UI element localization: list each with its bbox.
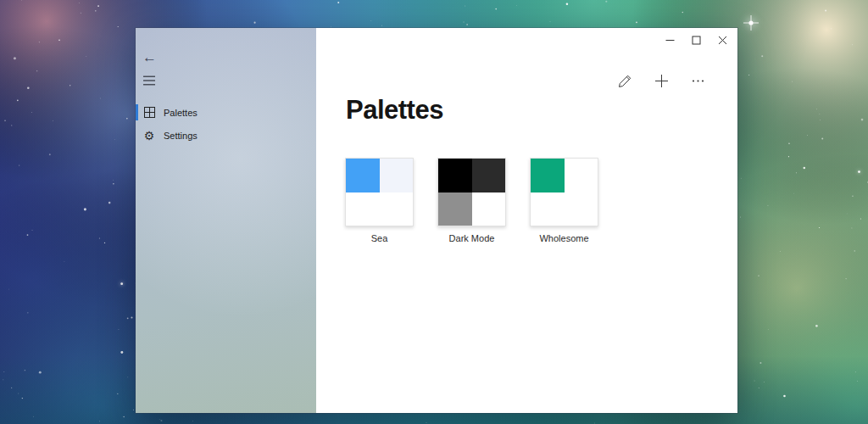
plus-icon [654, 74, 669, 92]
hamburger-icon [142, 75, 156, 90]
swatch [565, 159, 598, 192]
palette-card[interactable]: Dark Mode [437, 158, 506, 243]
sidebar-item-label: Palettes [164, 108, 198, 118]
pencil-icon [618, 74, 632, 92]
app-window: ← Palettes⚙Settings Palettes SeaDark Mod… [136, 28, 737, 413]
palette-card[interactable]: Wholesome [530, 158, 598, 243]
grid-icon [142, 106, 156, 120]
palette-swatches [437, 158, 506, 226]
swatch [531, 159, 565, 192]
sidebar-item-settings[interactable]: ⚙Settings [136, 124, 316, 147]
palette-swatches [530, 158, 598, 226]
swatch [380, 192, 414, 226]
swatch [472, 159, 506, 192]
main-content: Palettes SeaDark ModeWholesome [316, 28, 737, 413]
sidebar: ← Palettes⚙Settings [136, 28, 316, 413]
swatch [438, 192, 472, 226]
palette-name: Dark Mode [449, 233, 495, 243]
swatch [565, 192, 598, 226]
selection-indicator [136, 104, 138, 120]
palette-name: Sea [371, 233, 388, 243]
palette-swatches [345, 158, 414, 226]
back-arrow-icon: ← [142, 50, 157, 64]
minimize-button[interactable] [657, 28, 683, 52]
sidebar-item-label: Settings [164, 131, 198, 141]
sidebar-nav: Palettes⚙Settings [136, 101, 316, 147]
ellipsis-button[interactable] [691, 75, 705, 90]
maximize-button[interactable] [683, 28, 709, 52]
swatch [472, 192, 506, 226]
plus-button[interactable] [654, 75, 669, 90]
minimize-icon [665, 36, 675, 45]
back-button[interactable]: ← [136, 48, 170, 65]
maximize-icon [692, 36, 701, 45]
hamburger-menu-button[interactable] [136, 74, 170, 91]
swatch [346, 159, 380, 192]
sidebar-item-palettes[interactable]: Palettes [136, 101, 316, 124]
palette-grid: SeaDark ModeWholesome [345, 158, 598, 243]
pencil-button[interactable] [618, 75, 632, 90]
swatch [346, 192, 380, 226]
page-title: Palettes [346, 94, 443, 126]
swatch [438, 159, 472, 192]
titlebar-caption-controls [657, 28, 736, 52]
palette-name: Wholesome [539, 233, 588, 243]
close-icon [718, 36, 727, 45]
swatch [380, 159, 414, 192]
toolbar [618, 75, 705, 90]
ellipsis-icon [691, 74, 705, 92]
palette-card[interactable]: Sea [345, 158, 414, 243]
gear-icon: ⚙ [142, 129, 156, 142]
swatch [531, 192, 565, 226]
close-button[interactable] [709, 28, 736, 52]
